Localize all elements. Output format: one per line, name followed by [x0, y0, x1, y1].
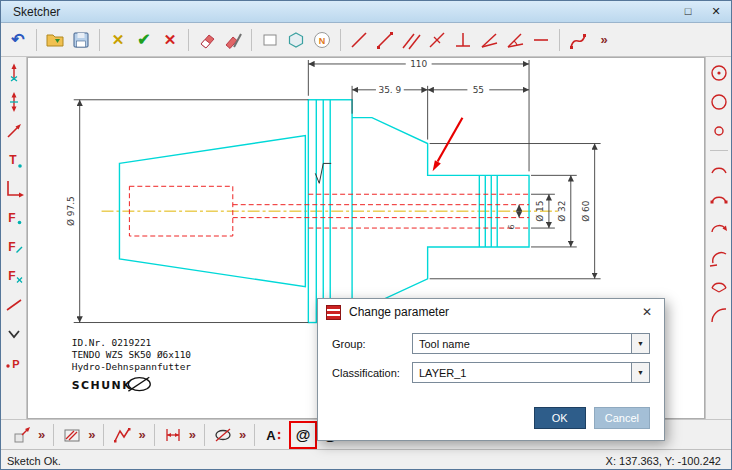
arc-quarter-button[interactable] [707, 303, 731, 327]
dimension-overflow-button[interactable]: » [189, 427, 196, 442]
dim-right-section: 55 [473, 85, 484, 95]
arc-endpoints-button[interactable] [707, 187, 731, 211]
rectangle-icon [260, 30, 280, 50]
arc-arrow-button[interactable] [707, 216, 731, 240]
arc-arrow-icon [707, 216, 731, 240]
dim-flange-diameter: Ø 97.5 [66, 196, 76, 226]
constraint-f3-button[interactable]: F [2, 264, 26, 288]
horizontal-line-tool-button[interactable] [528, 27, 554, 53]
group-dropdown-button[interactable]: ▼ [631, 334, 649, 353]
hatch-tool-button[interactable] [59, 422, 85, 448]
tangent-point-button[interactable]: T [2, 148, 26, 172]
vertical-snap-button[interactable] [2, 61, 26, 85]
maximize-button[interactable]: □ [679, 5, 697, 18]
line-cross-tool-button[interactable] [424, 27, 450, 53]
circle-button[interactable] [707, 90, 731, 114]
ngon-tool-button[interactable]: N [309, 27, 335, 53]
line-tool-button[interactable] [346, 27, 372, 53]
ellipse-icon [213, 425, 233, 445]
close-button[interactable]: ✕ [707, 5, 725, 18]
dim-shoulder-diameter: Ø 60 [581, 200, 591, 222]
hexagon-tool-button[interactable] [283, 27, 309, 53]
dialog-title: Change parameter [349, 305, 449, 319]
undo-button[interactable]: ↶ [5, 27, 31, 53]
classification-combobox[interactable]: LAYER_1 ▼ [412, 362, 650, 383]
perpendicular-icon [453, 30, 473, 50]
spline-icon [568, 30, 588, 50]
angle-line-tool-button[interactable] [476, 27, 502, 53]
line-cross-icon [427, 30, 447, 50]
chevron-down-icon [2, 322, 26, 346]
line-icon [349, 30, 369, 50]
circle-small-button[interactable] [707, 119, 731, 143]
classification-dropdown-button[interactable]: ▼ [631, 363, 649, 382]
delete-button[interactable]: ✕ [157, 27, 183, 53]
hatch-icon [62, 425, 82, 445]
overflow-chevron-icon: » [600, 32, 607, 47]
tool-name-text: TENDO WZS SK50 Ø6x110 [72, 349, 192, 360]
ok-button[interactable]: OK [534, 407, 586, 429]
svg-text:F: F [8, 269, 15, 283]
constraint-f1-icon: F [2, 206, 26, 230]
titlebar[interactable]: Sketcher □ ✕ [1, 1, 731, 23]
arc-radii-button[interactable] [707, 274, 731, 298]
save-button[interactable] [68, 27, 94, 53]
discard-button[interactable]: ✕ [105, 27, 131, 53]
constraint-f2-button[interactable]: F [2, 235, 26, 259]
dialog-titlebar[interactable]: Change parameter ✕ [318, 299, 664, 325]
arc-tangent-button[interactable] [707, 245, 731, 269]
direction-arrow-button[interactable] [2, 119, 26, 143]
dim-left-section: 35. 9 [378, 85, 401, 95]
open-button[interactable] [42, 27, 68, 53]
dim-bore-diameter: Ø 15 [535, 201, 545, 222]
svg-text:F: F [8, 240, 15, 254]
parallel-line-tool-button[interactable] [398, 27, 424, 53]
spline-tool-button[interactable] [565, 27, 591, 53]
circle-center-button[interactable] [707, 61, 731, 85]
cursor-coordinates: X: 137.363, Y: -100.242 [606, 455, 721, 467]
ellipse-tool-button[interactable] [210, 422, 236, 448]
separator [204, 424, 205, 446]
ellipse-overflow-button[interactable]: » [239, 427, 246, 442]
polyline-icon [112, 425, 132, 445]
stretch-overflow-button[interactable]: » [38, 427, 45, 442]
eraser-pencil-button[interactable] [220, 27, 246, 53]
text-tool-button[interactable]: A [260, 422, 286, 448]
dimension-tool-button[interactable] [160, 422, 186, 448]
delete-x-icon: ✕ [164, 32, 177, 47]
top-toolbar-overflow-button[interactable]: » [591, 27, 617, 53]
diagonal-line-button[interactable] [2, 293, 26, 317]
dialog-close-button[interactable]: ✕ [638, 305, 656, 319]
vertical-snap-alt-button[interactable] [2, 90, 26, 114]
apply-button[interactable]: ✔ [131, 27, 157, 53]
right-toolbar [705, 57, 731, 419]
point-p-button[interactable]: P [2, 351, 26, 375]
line-point-tool-button[interactable] [372, 27, 398, 53]
parallel-lines-icon [401, 30, 421, 50]
arc-button[interactable] [707, 158, 731, 182]
dim-clamp-bore: 6 [507, 225, 516, 230]
cancel-button[interactable]: Cancel [594, 407, 650, 429]
stretch-tool-button[interactable] [9, 422, 35, 448]
angle-arc-icon [505, 30, 525, 50]
rail-scroll-down-button[interactable] [2, 322, 26, 346]
arc-icon [707, 158, 731, 182]
dimension-labels: 110 35. 9 55 Ø 97.5 Ø 15 Ø 32 Ø 60 6 [66, 59, 591, 230]
attribute-tool-button[interactable]: @ [292, 424, 314, 446]
rectangle-tool-button[interactable] [257, 27, 283, 53]
change-parameter-dialog: Change parameter ✕ Group: Tool name ▼ Cl… [317, 298, 665, 441]
constraint-f3-icon: F [2, 264, 26, 288]
group-combobox[interactable]: Tool name ▼ [412, 333, 650, 354]
corner-lines-button[interactable] [2, 177, 26, 201]
eraser-button[interactable] [194, 27, 220, 53]
angle-arc-tool-button[interactable] [502, 27, 528, 53]
polyline-overflow-button[interactable]: » [138, 427, 145, 442]
group-value: Tool name [413, 334, 631, 353]
eraser-pencil-icon [223, 30, 243, 50]
hatch-overflow-button[interactable]: » [88, 427, 95, 442]
line-perpendicular-tool-button[interactable] [450, 27, 476, 53]
polyline-tool-button[interactable] [109, 422, 135, 448]
parameter-dialog-icon [326, 305, 341, 320]
constraint-f1-button[interactable]: F [2, 206, 26, 230]
point-p-icon: P [2, 351, 26, 375]
